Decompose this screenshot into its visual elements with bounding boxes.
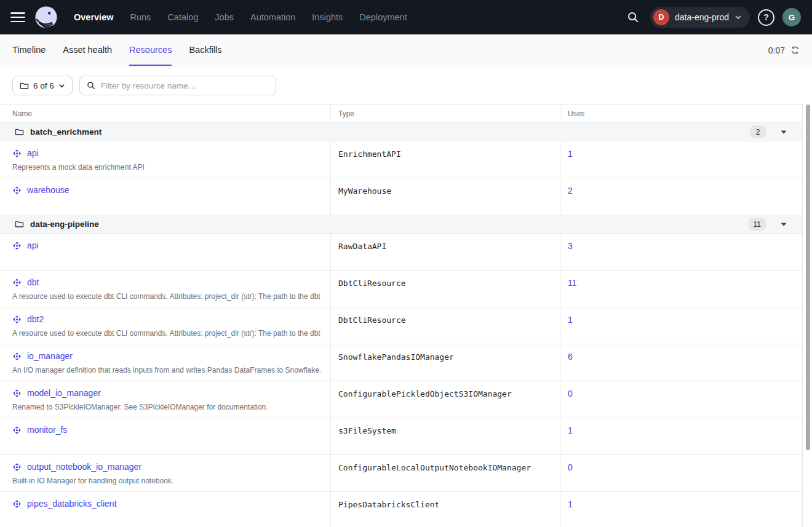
refresh-icon[interactable] [790, 46, 800, 55]
resource-link[interactable]: model_io_manager [27, 388, 101, 398]
uses-cell: 6 [560, 344, 803, 381]
resource-link[interactable]: output_notebook_io_manager [27, 462, 141, 472]
uses-cell: 0 [560, 381, 803, 418]
resource-link[interactable]: dbt2 [27, 314, 44, 324]
resource-description: A resource used to execute dbt CLI comma… [12, 329, 320, 338]
uses-cell: 1 [560, 492, 803, 527]
uses-count-link[interactable]: 3 [568, 241, 573, 251]
group-name: data-eng-pipeline [30, 220, 99, 229]
resource-icon [12, 462, 22, 472]
navbar-item-jobs[interactable]: Jobs [215, 12, 234, 22]
column-header-uses: Uses [560, 105, 803, 122]
type-cell: ConfigurableLocalOutputNotebookIOManager [330, 455, 560, 491]
uses-count-link[interactable]: 0 [568, 462, 573, 472]
uses-count-link[interactable]: 0 [568, 389, 573, 398]
workspace-name: data-eng-prod [675, 12, 729, 22]
resource-type: DbtCliResource [338, 314, 406, 325]
uses-count-link[interactable]: 1 [568, 426, 573, 435]
uses-cell: 1 [560, 418, 803, 454]
hamburger-menu-icon[interactable] [10, 11, 26, 23]
tab-backfills[interactable]: Backfills [189, 34, 221, 66]
uses-count-link[interactable]: 1 [568, 315, 573, 325]
resource-group-row[interactable]: data-eng-pipeline11 [0, 215, 802, 234]
user-avatar[interactable]: G [782, 8, 801, 26]
type-cell: DbtCliResource [330, 307, 560, 344]
table-header: Name Type Uses [0, 105, 802, 123]
type-cell: RawDataAPI [330, 234, 560, 270]
uses-count-link[interactable]: 1 [568, 149, 573, 159]
help-icon[interactable]: ? [758, 9, 774, 26]
resource-icon [12, 426, 22, 435]
resource-link[interactable]: pipes_databricks_client [27, 499, 117, 509]
navbar-item-catalog[interactable]: Catalog [167, 12, 198, 22]
name-cell: apiRepresents a mock data enrichment API [0, 141, 330, 178]
folder-icon [15, 128, 24, 136]
uses-cell: 1 [560, 307, 803, 344]
resource-name-line: monitor_fs [12, 425, 320, 435]
resource-link[interactable]: api [27, 148, 39, 158]
resource-icon [12, 499, 22, 509]
resource-name-line: api [12, 148, 320, 158]
chevron-down-icon [734, 14, 742, 21]
navbar-item-overview[interactable]: Overview [74, 12, 114, 22]
folder-icon [15, 220, 24, 228]
resource-type: SnowflakePandasIOManager [338, 351, 454, 362]
uses-count-link[interactable]: 2 [568, 186, 573, 196]
resource-name-line: dbt2 [12, 314, 320, 324]
search-icon[interactable] [624, 8, 642, 26]
uses-count-link[interactable]: 11 [568, 278, 577, 288]
type-cell: MyWarehouse [330, 178, 560, 215]
type-cell: SnowflakePandasIOManager [330, 344, 560, 381]
search-icon [87, 81, 95, 90]
name-cell: monitor_fs [0, 418, 330, 454]
navbar-item-automation[interactable]: Automation [250, 12, 295, 22]
resource-row: monitor_fss3FileSystem1 [0, 418, 802, 455]
resource-link[interactable]: io_manager [27, 351, 73, 361]
resource-type: MyWarehouse [338, 185, 391, 196]
uses-cell: 2 [560, 178, 803, 215]
resource-filter-input[interactable] [100, 81, 269, 91]
tab-asset-health[interactable]: Asset health [63, 34, 112, 66]
group-name: batch_enrichment [30, 127, 102, 137]
workspace-initial-badge: D [653, 9, 669, 25]
resource-group-row[interactable]: batch_enrichment2 [0, 123, 802, 141]
vertical-scrollbar[interactable] [806, 105, 810, 450]
collapse-chevron-icon[interactable] [780, 221, 787, 227]
resource-name-line: dbt [12, 277, 320, 287]
uses-count-link[interactable]: 6 [568, 352, 573, 362]
resource-type: RawDataAPI [338, 240, 386, 251]
uses-count-link[interactable]: 1 [568, 499, 573, 509]
dagster-logo-icon[interactable] [34, 6, 58, 29]
filter-bar: 6 of 6 [0, 66, 812, 104]
resource-row: warehouseMyWarehouse2 [0, 178, 802, 215]
resource-name-line: pipes_databricks_client [12, 499, 320, 509]
column-header-type: Type [330, 105, 560, 122]
name-cell: model_io_managerRenamed to S3PickleIOMan… [0, 381, 330, 418]
resource-filter-box [79, 76, 276, 95]
type-cell: EnrichmentAPI [330, 141, 560, 178]
resource-name-line: output_notebook_io_manager [12, 462, 320, 472]
tab-timeline[interactable]: Timeline [12, 34, 46, 66]
name-cell: output_notebook_io_managerBuilt-in IO Ma… [0, 455, 330, 491]
overview-tabbar: TimelineAsset healthResourcesBackfills 0… [0, 34, 812, 66]
resource-type: DbtCliResource [338, 277, 406, 288]
resource-name-line: warehouse [12, 185, 320, 195]
tab-resources[interactable]: Resources [129, 34, 172, 66]
navbar-item-insights[interactable]: Insights [312, 12, 343, 22]
collapse-chevron-icon[interactable] [780, 129, 787, 135]
resource-row: apiRepresents a mock data enrichment API… [0, 141, 802, 178]
resource-description: A resource used to execute dbt CLI comma… [12, 292, 320, 301]
group-scope-button[interactable]: 6 of 6 [12, 76, 73, 95]
resource-link[interactable]: api [27, 240, 39, 250]
resource-link[interactable]: monitor_fs [27, 425, 67, 435]
name-cell: io_managerAn I/O manager definition that… [0, 344, 330, 381]
resource-row: output_notebook_io_managerBuilt-in IO Ma… [0, 455, 802, 492]
name-cell: dbt2A resource used to execute dbt CLI c… [0, 307, 330, 344]
navbar-item-runs[interactable]: Runs [130, 12, 151, 22]
resource-link[interactable]: warehouse [27, 185, 70, 195]
workspace-switcher[interactable]: D data-eng-prod [650, 7, 750, 28]
resource-link[interactable]: dbt [27, 277, 39, 287]
resource-name-line: model_io_manager [12, 388, 320, 398]
navbar-item-deployment[interactable]: Deployment [359, 12, 407, 22]
type-cell: PipesDatabricksClient [330, 492, 560, 527]
